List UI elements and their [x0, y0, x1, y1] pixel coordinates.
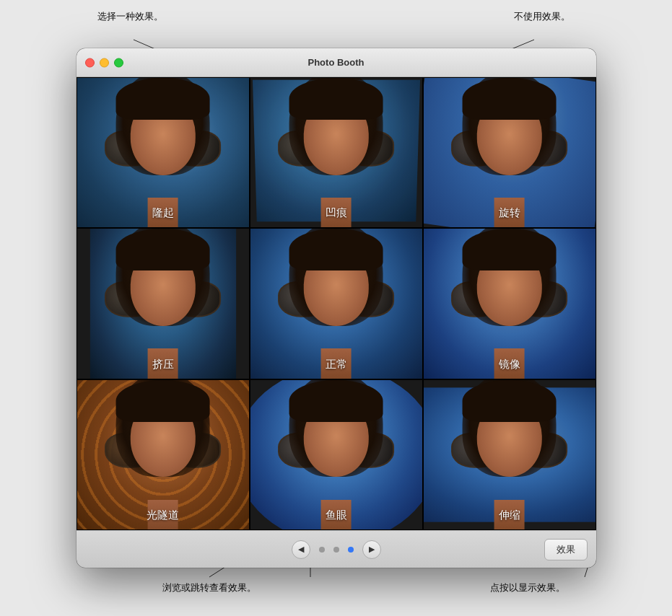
grid-cell-mirror[interactable]: 镜像: [423, 228, 596, 379]
nav-controls: ◀ ▶: [292, 540, 381, 559]
cell-label-mirror: 镜像: [424, 358, 595, 371]
annotation-no-effect: 不使用效果。: [499, 10, 585, 23]
traffic-lights: [85, 58, 123, 67]
prev-arrow[interactable]: ◀: [292, 540, 310, 559]
cell-label-squeeze: 挤压: [77, 358, 249, 371]
maximize-button[interactable]: [114, 58, 123, 67]
nav-dot-3[interactable]: [348, 547, 354, 553]
close-button[interactable]: [85, 58, 95, 67]
effects-button[interactable]: 效果: [544, 539, 588, 560]
effects-grid: 隆起 凹痕 旋转 挤压 正常: [77, 77, 596, 530]
title-bar: Photo Booth: [77, 48, 596, 77]
next-arrow[interactable]: ▶: [362, 540, 381, 559]
nav-dot-2[interactable]: [333, 547, 339, 553]
grid-cell-fisheye[interactable]: 鱼眼: [250, 379, 423, 530]
grid-cell-squeeze[interactable]: 挤压: [77, 228, 250, 379]
grid-cell-bulge[interactable]: 隆起: [77, 77, 250, 228]
window-title: Photo Booth: [308, 57, 365, 68]
cell-label-dent: 凹痕: [250, 206, 422, 220]
annotation-browse: 浏览或跳转查看效果。: [152, 581, 267, 594]
photo-booth-window: Photo Booth 隆起 凹痕 旋转 挤压: [77, 48, 596, 568]
cell-label-normal: 正常: [250, 358, 422, 371]
annotation-select-effect: 选择一种效果。: [87, 10, 173, 23]
grid-cell-dent[interactable]: 凹痕: [250, 77, 423, 228]
cell-label-stretch: 伸缩: [424, 509, 595, 522]
minimize-button[interactable]: [100, 58, 109, 67]
cell-label-bulge: 隆起: [77, 206, 249, 220]
grid-cell-stretch[interactable]: 伸缩: [423, 379, 596, 530]
grid-cell-normal[interactable]: 正常: [250, 228, 423, 379]
nav-dot-1[interactable]: [319, 547, 325, 553]
grid-cell-tunnel[interactable]: 光隧道: [77, 379, 250, 530]
cell-label-twist: 旋转: [424, 206, 595, 220]
grid-cell-twist[interactable]: 旋转: [423, 77, 596, 228]
annotation-show-effects: 点按以显示效果。: [470, 581, 585, 594]
bottom-bar: ◀ ▶ 效果: [77, 530, 596, 568]
cell-label-fisheye: 鱼眼: [250, 509, 422, 522]
cell-label-tunnel: 光隧道: [77, 509, 249, 522]
